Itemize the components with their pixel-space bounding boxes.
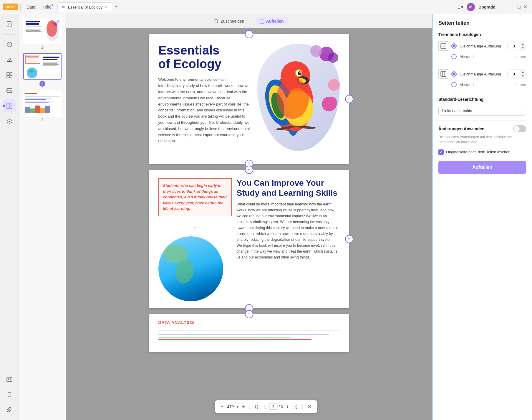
svg-rect-53 (30, 108, 35, 113)
menu-hilfe[interactable]: Hilfe (40, 5, 55, 9)
equal-v-input[interactable]: ▲ ▼ (508, 70, 526, 78)
panel-divider3 (438, 120, 526, 121)
split-btn-toolbar[interactable]: Aufteilen (256, 17, 288, 25)
zoom-dropdown-btn[interactable]: ▾ (236, 404, 238, 409)
sidebar-icon-comment[interactable] (3, 38, 16, 51)
svg-rect-56 (45, 106, 50, 113)
sidebar-icon-image[interactable] (3, 84, 16, 97)
parrot-area (257, 44, 340, 151)
sidebar-icon-bookmark[interactable] (3, 388, 16, 401)
option2-label: Abstand (460, 55, 512, 59)
menu-datei[interactable]: Datei (23, 5, 40, 9)
svg-rect-26 (26, 31, 42, 32)
split-top-btn-page2[interactable]: + (245, 166, 253, 174)
changes-desc: Die aktuellen Änderungen auf den individ… (438, 135, 526, 145)
svg-rect-13 (7, 103, 9, 106)
svg-point-4 (7, 42, 12, 47)
svg-point-37 (27, 67, 37, 78)
svg-rect-40 (43, 62, 59, 62)
aufteilen-btn[interactable]: Aufteilen (438, 161, 526, 174)
page3-title: DATA ANALYSIS (158, 320, 340, 325)
crop-btn[interactable]: Zuschneiden (210, 17, 248, 25)
svg-rect-23 (26, 28, 40, 28)
equal-v-up[interactable]: ▲ (520, 70, 526, 74)
svg-point-66 (298, 71, 301, 75)
thumbnail-3[interactable]: 3 (21, 90, 63, 122)
select-row: Links nach rechts (438, 106, 526, 116)
equal-h-value[interactable] (508, 43, 520, 50)
zoom-out-btn[interactable]: − (218, 402, 226, 411)
svg-rect-76 (158, 342, 270, 342)
arrow-down: ↓ (158, 221, 232, 230)
option-row-1: Gleichmäßige Aufteilung ▲ ▼ (438, 41, 526, 51)
svg-rect-35 (26, 57, 38, 58)
sidebar-icon-file[interactable] (3, 18, 16, 31)
split-top-btn-page3[interactable]: + (245, 310, 253, 318)
body-area: 1 (0, 14, 532, 420)
svg-point-18 (8, 378, 9, 380)
sidebar-icon-layers[interactable] (3, 115, 16, 128)
equal-v-down[interactable]: ▼ (520, 74, 526, 78)
tab-document[interactable]: ✏ Essential of Ecology ✕ (57, 2, 112, 11)
page-current-input[interactable] (269, 403, 278, 410)
content-scroll[interactable]: + Essentials of Ecology Welcome to envir… (66, 28, 432, 420)
option3-label: Gleichmäßige Aufteilung (460, 72, 505, 76)
tab-close-btn[interactable]: ✕ (105, 5, 108, 9)
reading-direction-select[interactable]: Links nach rechts (438, 106, 526, 116)
split-top-btn-page1[interactable]: + (245, 30, 253, 38)
equal-h-up[interactable]: ▲ (520, 42, 526, 46)
radio-spacing-h[interactable] (451, 54, 457, 59)
equal-v-value[interactable] (508, 71, 520, 78)
maximize-btn[interactable]: □ (518, 4, 521, 10)
tab-area: ✏ Essential of Ecology ✕ + (57, 2, 458, 11)
sidebar-icon-organize[interactable] (3, 99, 16, 112)
changes-label: Änderungen Anwenden (438, 126, 485, 131)
close-overlay-btn[interactable]: ✕ (305, 402, 314, 411)
svg-rect-54 (35, 106, 40, 113)
nav-next-btn[interactable]: ⟩ (284, 402, 291, 411)
changes-toggle[interactable] (513, 125, 526, 132)
split-right-btn-page1[interactable]: + (345, 95, 353, 103)
upgrade-btn[interactable]: Upgrade (478, 5, 495, 9)
svg-rect-74 (158, 337, 291, 337)
parrot-svg (257, 44, 328, 150)
svg-rect-80 (441, 71, 446, 77)
sidebar-icon-attachment[interactable] (3, 403, 16, 416)
svg-rect-75 (158, 339, 311, 340)
equal-h-input[interactable]: ▲ ▼ (508, 42, 526, 50)
thumbnail-2[interactable]: 2 (21, 53, 63, 87)
dash1: − (515, 55, 518, 59)
thumb-img-3 (23, 90, 62, 117)
close-btn[interactable]: ✕ (523, 4, 527, 10)
radio-equal-v[interactable] (451, 71, 457, 77)
option-row-3: Gleichmäßige Aufteilung ▲ ▼ (438, 69, 526, 79)
original-checkbox[interactable]: ✓ (438, 149, 444, 155)
sidebar-icon-layers2[interactable] (3, 373, 16, 386)
sidebar-icon-edit[interactable] (3, 53, 16, 66)
svg-rect-55 (40, 108, 45, 113)
nav-last-btn[interactable]: ⟩⟩ (292, 402, 300, 411)
radio-equal-h[interactable] (451, 43, 457, 49)
sidebar-icon-layout[interactable] (3, 69, 16, 82)
thumbnail-1[interactable]: 1 (21, 18, 63, 50)
zoom-in-btn[interactable]: + (240, 402, 247, 411)
new-tab-btn[interactable]: + (115, 4, 118, 10)
window-controls: − □ ✕ (512, 4, 527, 10)
page2-title: You Can Improve Your Study and Learning … (237, 178, 340, 198)
radio-spacing-v[interactable] (451, 82, 457, 87)
pdf-page-3: DATA ANALYSIS (149, 314, 349, 352)
minimize-btn[interactable]: − (512, 4, 515, 10)
page-dropdown-btn[interactable]: ▾ (461, 5, 463, 9)
toggle-knob (514, 126, 520, 132)
page2-right: You Can Improve Your Study and Learning … (237, 178, 340, 260)
nav-prev-btn[interactable]: ⟨ (262, 402, 268, 411)
svg-rect-47 (25, 98, 52, 98)
split-right-btn-page2[interactable]: + (345, 235, 353, 243)
page1-content: Essentials of Ecology Welcome to environ… (149, 34, 349, 158)
svg-rect-46 (25, 96, 59, 97)
svg-point-71 (287, 88, 307, 117)
svg-rect-16 (10, 106, 12, 108)
equal-h-down[interactable]: ▼ (520, 46, 526, 50)
svg-rect-36 (26, 59, 39, 59)
nav-first-btn[interactable]: ⟨⟨ (252, 402, 261, 411)
